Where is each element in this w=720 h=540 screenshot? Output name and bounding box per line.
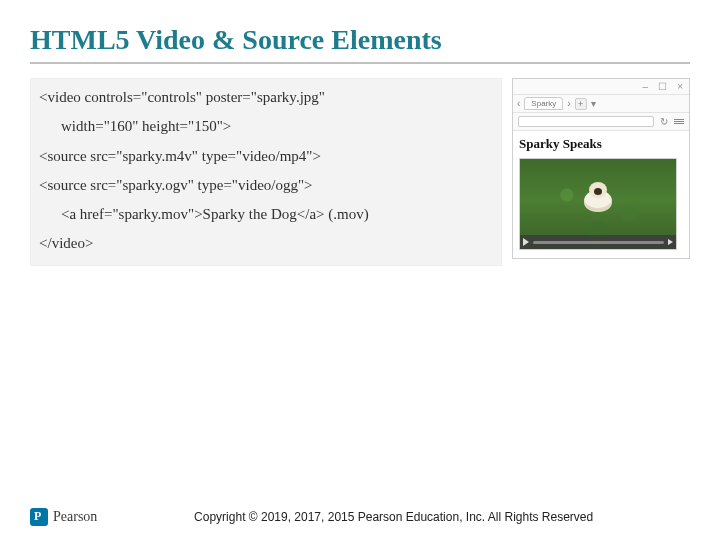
dog-image (581, 182, 615, 212)
play-icon[interactable] (523, 238, 529, 246)
code-block: <video controls="controls" poster="spark… (30, 78, 502, 266)
browser-tabbar: ‹ Sparky › + ▾ (513, 95, 689, 113)
maximize-icon[interactable]: ☐ (658, 81, 667, 92)
forward-icon[interactable]: › (567, 98, 570, 109)
video-controls (520, 235, 676, 249)
pearson-logo-text: Pearson (53, 509, 97, 525)
reload-icon[interactable]: ↻ (660, 116, 668, 127)
close-icon[interactable]: × (677, 81, 683, 92)
code-line-2: width="160" height="150"> (39, 112, 493, 141)
code-line-6: </video> (39, 229, 493, 258)
volume-icon[interactable] (668, 239, 673, 245)
copyright-text: Copyright © 2019, 2017, 2015 Pearson Edu… (97, 510, 690, 524)
chevron-down-icon[interactable]: ▾ (591, 98, 596, 109)
url-input[interactable] (518, 116, 654, 127)
pearson-logo: Pearson (30, 508, 97, 526)
browser-toolbar: ↻ (513, 113, 689, 131)
menu-icon[interactable] (674, 119, 684, 124)
progress-track[interactable] (533, 241, 664, 244)
code-line-3: <source src="sparky.m4v" type="video/mp4… (39, 142, 493, 171)
video-player[interactable] (519, 158, 677, 250)
code-line-4: <source src="sparky.ogv" type="video/ogg… (39, 171, 493, 200)
browser-preview: – ☐ × ‹ Sparky › + ▾ ↻ Sparky Speaks (512, 78, 690, 259)
new-tab-button[interactable]: + (575, 98, 587, 110)
page-heading: Sparky Speaks (519, 136, 683, 152)
browser-tab[interactable]: Sparky (524, 97, 563, 110)
content-row: <video controls="controls" poster="spark… (30, 78, 690, 266)
code-line-5: <a href="sparky.mov">Sparky the Dog</a> … (39, 200, 493, 229)
minimize-icon[interactable]: – (643, 81, 649, 92)
footer: Pearson Copyright © 2019, 2017, 2015 Pea… (0, 508, 720, 526)
back-icon[interactable]: ‹ (517, 98, 520, 109)
slide-title: HTML5 Video & Source Elements (30, 24, 690, 64)
pearson-logo-mark (30, 508, 48, 526)
browser-page: Sparky Speaks (513, 131, 689, 258)
code-line-1: <video controls="controls" poster="spark… (39, 83, 493, 112)
browser-window-controls: – ☐ × (513, 79, 689, 95)
